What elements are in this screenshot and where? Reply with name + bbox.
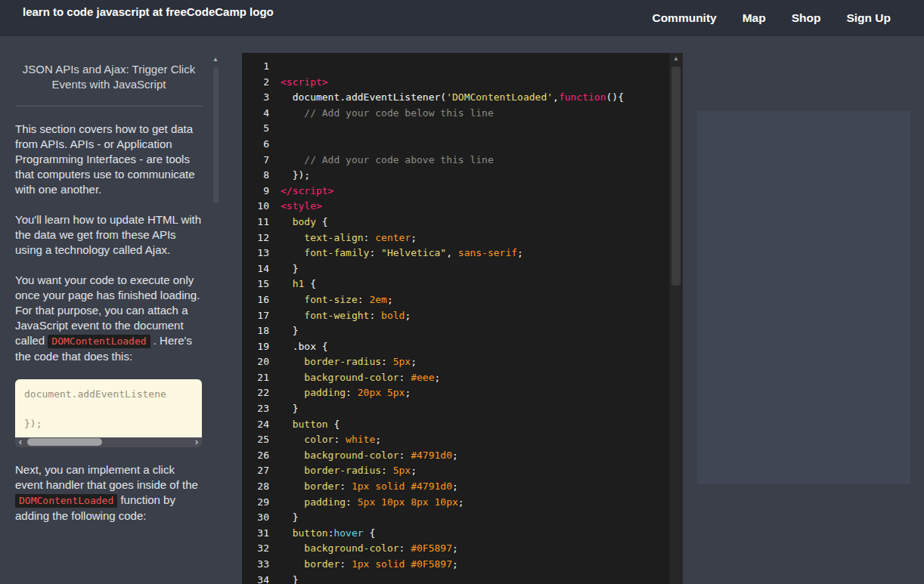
editor-line[interactable]: 32 background-color: #0F5897;	[242, 541, 669, 557]
line-number: 7	[242, 153, 269, 168]
code-text: font-weight: bold;	[281, 308, 411, 324]
code-text: // Add your code below this line	[281, 106, 494, 122]
scrollbar-thumb[interactable]	[213, 67, 219, 203]
code-editor[interactable]: 12<script>3 document.addEventListener('D…	[242, 53, 683, 584]
editor-line[interactable]: 3 document.addEventListener('DOMContentL…	[242, 90, 669, 106]
code-text: <style>	[281, 199, 322, 215]
editor-line[interactable]: 7 // Add your code above this line	[242, 153, 669, 168]
editor-line[interactable]: 20 border-radius: 5px;	[242, 354, 669, 370]
editor-line[interactable]: 13 font-family: "Helvetica", sans-serif;	[242, 246, 669, 261]
line-number: 12	[242, 230, 269, 246]
challenge-sidebar: JSON APIs and Ajax: Trigger Click Events…	[6, 45, 221, 584]
line-number: 34	[242, 573, 269, 584]
nav-link-community[interactable]: Community	[652, 11, 716, 25]
editor-lines: 12<script>3 document.addEventListener('D…	[242, 59, 669, 584]
code-text: }	[281, 401, 298, 417]
line-number: 28	[242, 479, 269, 495]
editor-line[interactable]: 19 .box {	[242, 339, 669, 355]
description-paragraph: Next, you can implement a click event ha…	[15, 462, 203, 524]
line-number: 24	[242, 417, 269, 433]
line-number: 18	[242, 323, 269, 339]
editor-line[interactable]: 21 background-color: #eee;	[242, 370, 669, 386]
editor-line[interactable]: 30 }	[242, 510, 669, 526]
line-number: 20	[242, 354, 269, 370]
line-number: 26	[242, 448, 269, 464]
code-text: background-color: #eee;	[281, 370, 440, 386]
line-number: 11	[242, 215, 269, 230]
line-number: 19	[242, 339, 269, 355]
inline-code: DOMContentLoaded	[15, 494, 117, 508]
line-number: 27	[242, 463, 269, 479]
line-number: 13	[242, 246, 269, 261]
editor-line[interactable]: 24 button {	[242, 417, 669, 433]
line-number: 31	[242, 526, 269, 542]
editor-line[interactable]: 26 background-color: #4791d0;	[242, 448, 669, 464]
nav-links: CommunityMapShopSign Up	[652, 0, 891, 36]
editor-line[interactable]: 4 // Add your code below this line	[242, 106, 669, 122]
scroll-left-icon[interactable]: ‹	[15, 437, 26, 447]
example-code: document.addEventListene });	[15, 379, 202, 437]
editor-line[interactable]: 2<script>	[242, 75, 669, 91]
line-number: 22	[242, 385, 269, 401]
code-text: background-color: #0F5897;	[281, 541, 458, 557]
editor-line[interactable]: 18 }	[242, 323, 669, 339]
editor-line[interactable]: 15 h1 {	[242, 277, 669, 292]
code-text: padding: 20px 5px;	[281, 385, 411, 401]
editor-line[interactable]: 9</script>	[242, 184, 669, 199]
sidebar-scrollbar[interactable]: ▲	[210, 56, 221, 584]
editor-line[interactable]: 11 body {	[242, 215, 669, 230]
scrollbar-thumb[interactable]	[27, 438, 102, 446]
code-text: border-radius: 5px;	[281, 354, 417, 370]
editor-line[interactable]: 8 });	[242, 168, 669, 184]
freecodecamp-logo[interactable]: learn to code javascript at freeCodeCamp…	[23, 5, 274, 18]
preview-pane	[697, 111, 910, 484]
code-block-horizontal-scrollbar[interactable]: ‹›	[15, 437, 202, 447]
nav-link-shop[interactable]: Shop	[792, 11, 821, 25]
editor-line[interactable]: 28 border: 1px solid #4791d0;	[242, 479, 669, 495]
scrollbar-track[interactable]	[26, 437, 191, 447]
editor-line[interactable]: 10<style>	[242, 199, 669, 215]
example-code-block: document.addEventListene });‹›	[15, 379, 202, 447]
scrollbar-thumb[interactable]	[671, 66, 681, 286]
line-number: 3	[242, 90, 269, 106]
nav-link-map[interactable]: Map	[743, 11, 766, 25]
editor-line[interactable]: 5	[242, 121, 669, 137]
code-text: .box {	[281, 339, 328, 355]
code-text: });	[281, 168, 310, 184]
line-number: 25	[242, 432, 269, 448]
line-number: 5	[242, 121, 269, 137]
challenge-title: JSON APIs and Ajax: Trigger Click Events…	[15, 62, 203, 92]
scroll-up-icon[interactable]: ▲	[210, 56, 221, 63]
editor-line[interactable]: 33 border: 1px solid #0F5897;	[242, 557, 669, 573]
nav-link-sign-up[interactable]: Sign Up	[846, 11, 891, 25]
line-number: 32	[242, 541, 269, 557]
editor-line[interactable]: 34 }	[242, 573, 669, 584]
code-text: }	[281, 510, 298, 526]
editor-line[interactable]: 12 text-align: center;	[242, 230, 669, 246]
challenge-sidebar-content: JSON APIs and Ajax: Trigger Click Events…	[6, 45, 221, 524]
editor-line[interactable]: 22 padding: 20px 5px;	[242, 385, 669, 401]
line-number: 4	[242, 106, 269, 122]
line-number: 15	[242, 277, 269, 292]
scroll-right-icon[interactable]: ›	[191, 437, 202, 447]
line-number: 8	[242, 168, 269, 184]
editor-line[interactable]: 17 font-weight: bold;	[242, 308, 669, 324]
editor-line[interactable]: 25 color: white;	[242, 432, 669, 448]
editor-line[interactable]: 16 font-size: 2em;	[242, 292, 669, 308]
scroll-up-icon[interactable]: ▲	[669, 53, 683, 65]
editor-line[interactable]: 31 button:hover {	[242, 526, 669, 542]
challenge-description: This section covers how to get data from…	[15, 122, 203, 524]
line-number: 33	[242, 557, 269, 573]
description-paragraph: You'll learn how to update HTML with the…	[15, 212, 203, 258]
editor-line[interactable]: 29 padding: 5px 10px 8px 10px;	[242, 495, 669, 511]
inline-code: DOMContentLoaded	[48, 335, 150, 348]
editor-scrollbar[interactable]: ▲	[669, 53, 683, 584]
code-text: background-color: #4791d0;	[281, 448, 458, 464]
editor-line[interactable]: 23 }	[242, 401, 669, 417]
editor-line[interactable]: 6	[242, 137, 669, 153]
code-text: }	[281, 323, 298, 339]
editor-line[interactable]: 27 border-radius: 5px;	[242, 463, 669, 479]
editor-line[interactable]: 1	[242, 59, 669, 75]
editor-line[interactable]: 14 }	[242, 261, 669, 277]
line-number: 29	[242, 495, 269, 511]
